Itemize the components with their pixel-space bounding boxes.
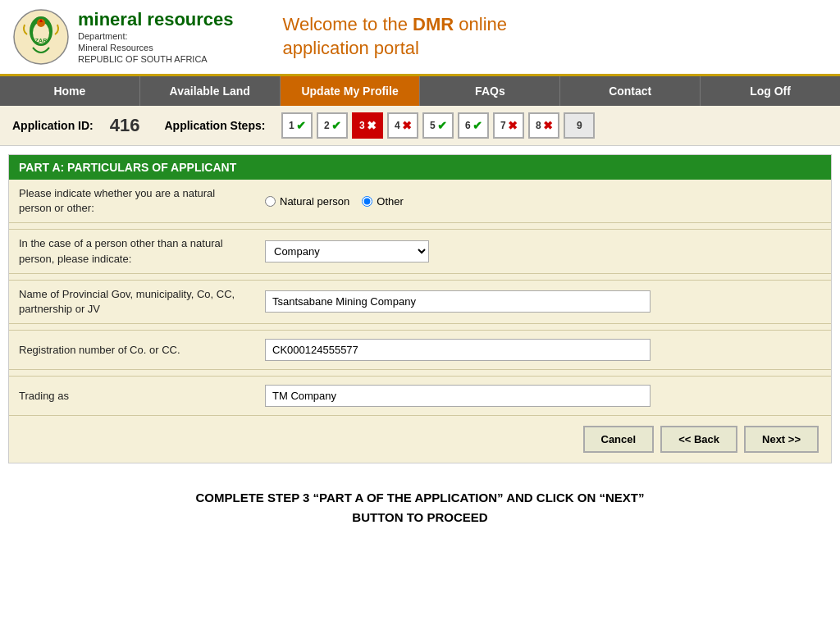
control-natural-or-other: Natural person Other <box>255 189 831 214</box>
separator-1 <box>9 223 831 230</box>
step-1[interactable]: 1 ✔ <box>281 112 313 139</box>
steps-container: 1 ✔ 2 ✔ 3 ✖ 4 ✖ 5 ✔ 6 ✔ 7 ✖ <box>281 112 595 139</box>
welcome-text: Welcome to the DMR online application po… <box>283 13 508 60</box>
radio-natural-label: Natural person <box>280 195 349 208</box>
form-row-org-name: Name of Provincial Gov, municipality, Co… <box>9 281 831 324</box>
app-bar: Application ID: 416 Application Steps: 1… <box>0 106 840 146</box>
back-button[interactable]: << Back <box>660 426 737 453</box>
form-row-reg-number: Registration number of Co. or CC. <box>9 331 831 370</box>
step-5-check-icon: ✔ <box>437 119 447 132</box>
step-4-cross-icon: ✖ <box>402 119 412 132</box>
nav-available-land[interactable]: Available Land <box>140 76 281 106</box>
footer-line1: COMPLETE STEP 3 “PART A OF THE APPLICATI… <box>12 488 828 508</box>
coat-of-arms-icon: ZAR <box>12 8 70 66</box>
form-row-trading-as: Trading as <box>9 377 831 416</box>
org-name-input[interactable] <box>265 290 651 313</box>
radio-natural-input[interactable] <box>265 196 276 207</box>
logo-text-area: mineral resources Department: Mineral Re… <box>78 9 234 66</box>
welcome-suffix: online <box>454 14 507 34</box>
nav-update-profile[interactable]: Update My Profile <box>281 76 421 106</box>
app-id-value: 416 <box>110 115 140 136</box>
app-id-label: Application ID: <box>12 119 94 132</box>
step-5[interactable]: 5 ✔ <box>422 112 454 139</box>
brand-name: mineral resources <box>78 9 234 30</box>
step-2[interactable]: 2 ✔ <box>317 112 348 139</box>
separator-4 <box>9 370 831 377</box>
step-7[interactable]: 7 ✖ <box>493 112 524 139</box>
header: ZAR mineral resources Department: Minera… <box>0 0 840 76</box>
radio-other[interactable]: Other <box>362 195 404 208</box>
step-6[interactable]: 6 ✔ <box>458 112 489 139</box>
nav-faqs[interactable]: FAQs <box>420 76 560 106</box>
step-1-check-icon: ✔ <box>296 119 306 132</box>
reg-number-input[interactable] <box>265 339 651 361</box>
button-area: Cancel << Back Next >> <box>9 416 831 463</box>
next-button[interactable]: Next >> <box>744 426 819 453</box>
step-9[interactable]: 9 <box>564 112 595 139</box>
app-steps-label: Application Steps: <box>165 119 266 132</box>
svg-text:ZAR: ZAR <box>35 38 47 43</box>
radio-group-person: Natural person Other <box>265 195 404 208</box>
form-row-person-type-select: In the case of a person other than a nat… <box>9 230 831 273</box>
main-form: PART A: PARTICULARS OF APPLICANT Please … <box>8 154 832 463</box>
separator-3 <box>9 324 831 331</box>
dept-line3: REPUBLIC OF SOUTH AFRICA <box>78 53 234 65</box>
label-org-name: Name of Provincial Gov, municipality, Co… <box>9 281 255 323</box>
nav-log-off[interactable]: Log Off <box>701 76 840 106</box>
step-4[interactable]: 4 ✖ <box>387 112 418 139</box>
cancel-button[interactable]: Cancel <box>583 426 655 453</box>
dept-line1: Department: <box>78 30 234 42</box>
control-org-name <box>255 284 831 319</box>
step-3[interactable]: 3 ✖ <box>352 112 383 139</box>
nav-contact[interactable]: Contact <box>560 76 701 106</box>
step-8[interactable]: 8 ✖ <box>528 112 559 139</box>
step-8-cross-icon: ✖ <box>543 119 553 132</box>
nav-home[interactable]: Home <box>0 76 140 106</box>
control-person-type-select: Company CC Partnership JV Municipality P… <box>255 234 831 269</box>
step-6-check-icon: ✔ <box>472 119 482 132</box>
welcome-prefix: Welcome to the <box>283 14 413 34</box>
footer-line2: BUTTON TO PROCEED <box>12 508 828 527</box>
dept-line2: Mineral Resources <box>78 42 234 53</box>
control-trading-as <box>255 378 831 413</box>
step-3-cross-icon: ✖ <box>367 119 377 132</box>
logo-area: ZAR mineral resources Department: Minera… <box>12 8 234 66</box>
radio-natural-person[interactable]: Natural person <box>265 195 349 208</box>
step-2-check-icon: ✔ <box>331 119 341 132</box>
label-trading-as: Trading as <box>9 382 255 410</box>
label-reg-number: Registration number of Co. or CC. <box>9 336 255 364</box>
person-type-dropdown[interactable]: Company CC Partnership JV Municipality P… <box>265 240 429 262</box>
label-natural-or-other: Please indicate whether you are a natura… <box>9 180 255 222</box>
part-a-header: PART A: PARTICULARS OF APPLICANT <box>9 155 831 180</box>
label-person-type-select: In the case of a person other than a nat… <box>9 230 255 272</box>
control-reg-number <box>255 332 831 368</box>
navigation: Home Available Land Update My Profile FA… <box>0 76 840 106</box>
step-7-cross-icon: ✖ <box>508 119 518 132</box>
radio-other-label: Other <box>377 195 404 208</box>
radio-other-input[interactable] <box>362 196 372 207</box>
form-row-person-type: Please indicate whether you are a natura… <box>9 180 831 223</box>
trading-as-input[interactable] <box>265 385 651 407</box>
welcome-line2: application portal <box>283 37 508 61</box>
separator-2 <box>9 274 831 281</box>
dmr-bold: DMR <box>413 14 454 34</box>
footer-instruction: COMPLETE STEP 3 “PART A OF THE APPLICATI… <box>0 472 840 544</box>
